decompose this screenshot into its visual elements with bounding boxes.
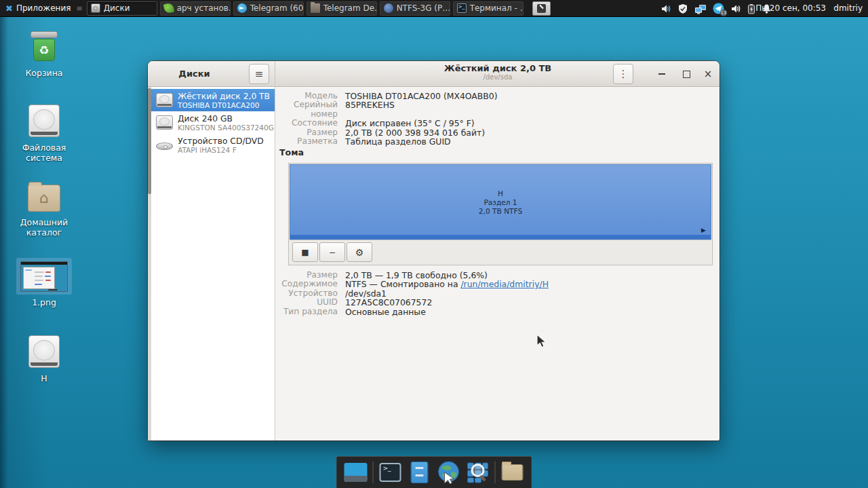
- task-label: Диски: [104, 3, 130, 13]
- task-label: NTFS-3G (P…: [397, 3, 450, 13]
- dock-file-manager-button[interactable]: [408, 460, 432, 485]
- battery-icon[interactable]: [747, 3, 755, 14]
- dock-separator: [373, 462, 374, 483]
- speaker-icon[interactable]: [730, 3, 741, 14]
- gears-icon: ⚙: [355, 247, 364, 258]
- network-monitors-icon[interactable]: [694, 3, 707, 14]
- mounted-indicator-icon: ▶: [701, 227, 706, 233]
- info-row: Размер2,0 ТВ — 1,9 ТВ свободно (5,6%): [276, 271, 713, 280]
- taskbar-button-telegram-folder[interactable]: Telegram De…: [307, 1, 377, 16]
- device-row-hdd-2tb[interactable]: Жёсткий диск 2,0 ТВ TOSHIBA DT01ACA200: [151, 89, 275, 111]
- window-subtitle: /dev/sda: [276, 73, 719, 81]
- info-row: Размер2,0 ТВ (2 000 398 934 016 байт): [276, 128, 713, 137]
- file-manager-icon: [411, 462, 429, 483]
- mouse-cursor: [536, 334, 547, 352]
- bottom-dock: [336, 456, 532, 488]
- desktop: ✖ Приложения ≡ Диски арч установ… Telegr…: [0, 0, 868, 488]
- drive-options-button[interactable]: ⋮: [613, 64, 633, 84]
- info-row: Серийный номер85PREKEHS: [276, 100, 713, 119]
- device-detail: KINGSTON SA400S37240G: [178, 124, 274, 132]
- optical-drive-icon: [156, 143, 173, 150]
- window-body: Жёсткий диск 2,0 ТВ TOSHIBA DT01ACA200 Д…: [148, 87, 719, 440]
- header-bar-left: Диски ≡: [148, 61, 275, 87]
- device-detail: TOSHIBA DT01ACA200: [178, 101, 270, 109]
- info-row: UUID127A5C8C07067572: [276, 298, 713, 307]
- taskbar-button-leafpad[interactable]: арч установ…: [160, 1, 231, 16]
- taskbar-button-disks[interactable]: Диски: [87, 1, 157, 16]
- desktop-icon-1png[interactable]: 1.png: [12, 261, 77, 307]
- drive-icon: [28, 105, 60, 137]
- partition-usage-stripe: [290, 235, 711, 240]
- volume-mixer-icon[interactable]: [660, 3, 671, 14]
- taskbar-button-terminal[interactable]: Терминал - …: [453, 1, 524, 16]
- task-label: арч установ…: [177, 3, 231, 13]
- task-label: Терминал - …: [470, 3, 524, 13]
- image-thumbnail: [20, 261, 68, 292]
- mount-point-link[interactable]: /run/media/dmitriy/H: [460, 279, 549, 289]
- unmount-button[interactable]: ■: [292, 242, 318, 262]
- shield-check-icon[interactable]: [677, 3, 688, 14]
- dock-web-browser-button[interactable]: [437, 460, 461, 485]
- device-name: Жёсткий диск 2,0 ТВ: [178, 92, 270, 101]
- app-menu-button[interactable]: ≡: [249, 64, 269, 84]
- show-desktop-button[interactable]: [344, 460, 368, 485]
- desktop-icon-filesystem[interactable]: Файловая система: [12, 105, 77, 163]
- minimize-button[interactable]: [654, 61, 670, 87]
- volume-toolbar: ■ − ⚙: [290, 240, 711, 264]
- dock-terminal-button[interactable]: [378, 460, 403, 485]
- device-name: Диск 240 GB: [178, 114, 274, 124]
- partition-info-table: Размер2,0 ТВ — 1,9 ТВ свободно (5,6%) Со…: [276, 271, 713, 316]
- terminal-icon: [380, 463, 401, 482]
- info-row: МодельTOSHIBA DT01ACA200 (MX4OABB0): [276, 92, 713, 100]
- desktop-icon-label: Файловая система: [12, 143, 77, 163]
- applications-menu-icon: ✖: [5, 3, 13, 14]
- desktop-icon-home[interactable]: Домашний каталог: [12, 182, 77, 238]
- header-bar: Диски ≡ Жёсткий диск 2,0 ТВ /dev/sda ⋮ ×: [148, 61, 719, 87]
- panel-username: dmitriy: [833, 0, 863, 17]
- delete-partition-button[interactable]: −: [319, 242, 345, 262]
- panel-clock[interactable]: Пн 20 сен, 00:53: [755, 0, 826, 17]
- taskbar: Диски арч установ… Telegram (60… Telegra…: [87, 1, 524, 16]
- screenshot-icon: [537, 4, 546, 13]
- app-title: Диски: [148, 61, 241, 87]
- info-row: СостояниеДиск исправен (35° C / 95° F): [276, 119, 713, 128]
- trash-icon: ♻: [28, 30, 60, 62]
- info-row: РазметкаТаблица разделов GUID: [276, 137, 713, 146]
- task-label: Telegram De…: [323, 3, 377, 13]
- dock-folder-button[interactable]: [500, 460, 525, 485]
- volumes-heading: Тома: [279, 147, 304, 157]
- maximize-button[interactable]: [678, 61, 694, 87]
- desktop-icon-h-volume[interactable]: H: [12, 335, 77, 383]
- disks-window: Диски ≡ Жёсткий диск 2,0 ТВ /dev/sda ⋮ ×: [148, 61, 719, 440]
- minus-icon: −: [329, 248, 336, 257]
- drive-info-table: МодельTOSHIBA DT01ACA200 (MX4OABB0) Сери…: [276, 92, 713, 146]
- info-row: СодержимоеNTFS — Смонтировано на /run/me…: [276, 280, 713, 288]
- applications-menu-button[interactable]: ✖ Приложения: [0, 0, 76, 17]
- close-button[interactable]: ×: [700, 61, 716, 87]
- device-detail: ATAPI iHAS124 F: [178, 146, 264, 154]
- applications-menu-label: Приложения: [16, 3, 71, 13]
- hard-disk-icon: [156, 93, 173, 107]
- taskbar-button-telegram[interactable]: Telegram (60…: [233, 1, 304, 16]
- desktop-icon-trash[interactable]: ♻ Корзина: [12, 30, 77, 78]
- desktop-icon-label: Корзина: [12, 68, 77, 78]
- taskbar-button-ntfs[interactable]: NTFS-3G (P…: [380, 1, 450, 16]
- window-title: Жёсткий диск 2,0 ТВ: [276, 63, 719, 73]
- web-browser-icon: [437, 460, 461, 485]
- partition-size-fs: 2,0 ТВ NTFS: [479, 207, 522, 216]
- dock-app-finder-button[interactable]: [466, 460, 490, 485]
- terminal-icon: [457, 3, 467, 13]
- partition-options-button[interactable]: ⚙: [347, 242, 372, 262]
- drive-details-pane: МодельTOSHIBA DT01ACA200 (MX4OABB0) Сери…: [276, 87, 719, 440]
- unmount-icon: ■: [301, 248, 309, 257]
- top-panel: ✖ Приложения ≡ Диски арч установ… Telegr…: [0, 0, 868, 17]
- telegram-badge: 13: [720, 10, 727, 16]
- telegram-tray-icon[interactable]: 13: [713, 3, 724, 14]
- partition-block[interactable]: H Раздел 1 2,0 ТВ NTFS ▶: [290, 164, 711, 240]
- desktop-icon-label: H: [12, 373, 77, 383]
- folder-icon: [311, 3, 320, 13]
- device-row-cddvd[interactable]: Устройство CD/DVD ATAPI iHAS124 F: [151, 134, 275, 156]
- device-row-ssd-240gb[interactable]: Диск 240 GB KINGSTON SA400S37240G: [151, 111, 275, 134]
- kebab-icon: ⋮: [618, 68, 629, 80]
- screenshot-button[interactable]: [532, 1, 551, 16]
